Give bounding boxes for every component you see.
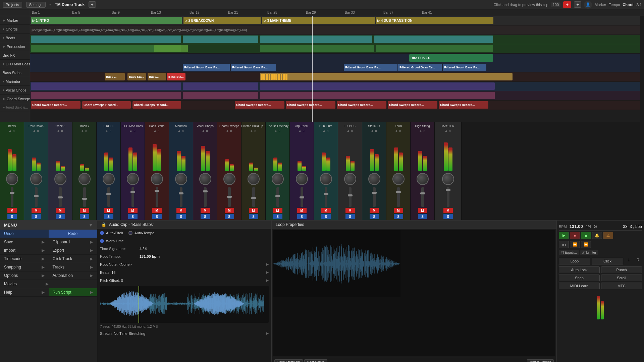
automation-button[interactable]: Automation ▶ — [49, 272, 97, 280]
auto-pitch-radio[interactable] — [100, 231, 104, 235]
ch-fader-handle-7[interactable] — [179, 192, 183, 194]
ch-fader-handle-11[interactable] — [275, 195, 280, 197]
ch-fader-handle-1[interactable] — [34, 195, 39, 197]
ch-fader-11[interactable] — [276, 187, 279, 207]
ch-knob-12[interactable] — [296, 173, 308, 185]
clip-birdfx[interactable]: Bird Dub FX — [409, 54, 493, 62]
clip-sweeps-8[interactable]: Chord Sweeps Record... — [439, 101, 488, 109]
ch-knob-0[interactable] — [6, 173, 18, 185]
ch-knob-11[interactable] — [272, 173, 284, 185]
clip-bass-1[interactable]: Bass ... — [105, 73, 125, 80]
settings-button[interactable]: Settings — [26, 2, 46, 8]
vertical-scrollbar[interactable] — [640, 16, 644, 122]
clip-percussion-4[interactable] — [376, 45, 493, 52]
warning-button[interactable]: ⚠ — [603, 232, 613, 239]
ch-fader-handle-5[interactable] — [130, 191, 135, 193]
waveform-display[interactable] — [100, 286, 269, 323]
track-label-beats[interactable]: ▾Beats — [0, 34, 30, 42]
clip-sweeps-2[interactable]: Chord Sweeps Record... — [82, 101, 131, 109]
track-label-percussion[interactable]: ▶Percussion — [0, 42, 30, 51]
ch-fader-9[interactable] — [228, 187, 231, 207]
ch-solo-12[interactable]: S — [297, 214, 307, 219]
ch-solo-10[interactable]: S — [249, 214, 258, 219]
clip-sweeps-6[interactable]: Chord Sweeps Record... — [337, 101, 386, 109]
clip-main-theme[interactable]: ▷ 3 MAIN THEME — [262, 17, 375, 24]
record-button[interactable]: + — [563, 1, 571, 8]
ch-fader-15[interactable] — [373, 187, 376, 207]
mixer-scrollbar[interactable] — [640, 122, 644, 220]
ch-fader-14[interactable] — [349, 187, 352, 207]
ch-mute-7[interactable]: M — [176, 208, 186, 213]
clip-marimba-1[interactable] — [31, 82, 181, 90]
ch-fader-5[interactable] — [131, 187, 134, 207]
snap-button[interactable]: Snap — [559, 275, 600, 281]
loop-waveform[interactable] — [273, 230, 555, 356]
ch-mute-11[interactable]: M — [273, 208, 282, 213]
snapping-button[interactable]: Snapping ▶ — [0, 263, 49, 271]
ch-mute-15[interactable]: M — [370, 208, 379, 213]
ch-mute-16[interactable]: M — [394, 208, 403, 213]
ch-fader-10[interactable] — [252, 187, 255, 207]
ch-mute-0[interactable]: M — [7, 208, 17, 213]
ch-solo-6[interactable]: S — [152, 214, 162, 219]
ch-knob-2[interactable] — [54, 173, 66, 185]
ch-fader-handle-9[interactable] — [227, 196, 232, 198]
import-button[interactable]: Import ▶ — [0, 246, 49, 254]
ch-mute-12[interactable]: M — [297, 208, 307, 213]
ch-knob-10[interactable] — [248, 173, 260, 185]
ch-knob-5[interactable] — [127, 173, 139, 185]
ch-fader-handle-4[interactable] — [106, 193, 111, 195]
ch-solo-15[interactable]: S — [370, 214, 379, 219]
ch-mute-4[interactable]: M — [104, 208, 113, 213]
ch-knob-8[interactable] — [199, 173, 211, 185]
ch-fader-17[interactable] — [421, 187, 424, 207]
ch-mute-10[interactable]: M — [249, 208, 258, 213]
clip-lfo-1[interactable]: Filtered Growl Bass Re... — [183, 64, 230, 71]
clip-lfo-5[interactable]: Filtered Growl Bass Re... — [443, 64, 486, 71]
ch-fader-16[interactable] — [397, 187, 400, 207]
clip-sweeps-3[interactable]: Chord Sweeps Record... — [132, 101, 181, 109]
ch-knob-1[interactable] — [30, 173, 42, 185]
clip-vocal-1[interactable] — [31, 92, 181, 99]
track-label-chords[interactable]: ▾Chords — [0, 25, 30, 34]
redo-button[interactable]: Redo — [49, 230, 97, 238]
ch-mute-18[interactable]: M — [443, 208, 453, 213]
ch-fader-handle-15[interactable] — [372, 192, 377, 194]
ch-solo-7[interactable]: S — [176, 214, 186, 219]
midi-learn-button[interactable]: MIDI Learn — [559, 283, 600, 289]
clip-intro[interactable]: ▷ 1 INTRO — [31, 17, 182, 24]
ch-fader-handle-10[interactable] — [251, 197, 256, 199]
ch-solo-2[interactable]: S — [56, 214, 65, 219]
ch-solo-5[interactable]: S — [128, 214, 138, 219]
ch-fader-7[interactable] — [180, 187, 182, 207]
clipboard-button[interactable]: Clipboard ▶ — [49, 238, 97, 246]
ch-mute-17[interactable]: M — [418, 208, 427, 213]
clip-breakdown[interactable]: ▷ 2 BREAKDOWN — [183, 17, 261, 24]
ch-knob-14[interactable] — [344, 173, 356, 185]
ch-fader-4[interactable] — [107, 187, 110, 207]
clip-beats-1[interactable] — [31, 36, 181, 43]
auto-tempo-radio[interactable] — [128, 231, 132, 235]
clip-lfo-2[interactable]: Filtered Growl Bass Re... — [231, 64, 276, 71]
track-label-bassstabs[interactable]: Bass Stabs — [0, 68, 30, 77]
ch-mute-5[interactable]: M — [128, 208, 138, 213]
add-button[interactable]: + — [574, 1, 581, 8]
track-label-lfomod[interactable]: ▾LFO Mod Bass — [0, 60, 30, 68]
click-track-button[interactable]: Click Track ▶ — [49, 255, 97, 263]
ch-solo-18[interactable]: S — [443, 214, 453, 219]
ch-fader-handle-6[interactable] — [155, 190, 159, 192]
ch-fader-handle-18[interactable] — [446, 189, 450, 191]
auto-pitch-label[interactable]: Auto-Pitch — [100, 231, 123, 235]
export-button[interactable]: Export ▶ — [49, 246, 97, 254]
ch-fader-handle-16[interactable] — [396, 191, 401, 193]
ch-fader-12[interactable] — [301, 187, 303, 207]
clip-bass-4[interactable]: Bass Sta... — [167, 73, 185, 80]
clip-sweeps-4[interactable]: Chord Sweeps Record... — [235, 101, 284, 109]
track-label-birdfx[interactable]: Bird FX — [0, 51, 30, 60]
mtc-button[interactable]: MTC — [601, 283, 642, 289]
projects-button[interactable]: Projects — [3, 2, 22, 8]
options-button[interactable]: Options ▶ — [0, 272, 49, 280]
run-script-button[interactable]: Run Script ▶ — [49, 288, 97, 296]
ch-knob-13[interactable] — [320, 173, 332, 185]
track-label-chordsweeps[interactable]: ▶Chord Sweeps — [0, 95, 30, 103]
